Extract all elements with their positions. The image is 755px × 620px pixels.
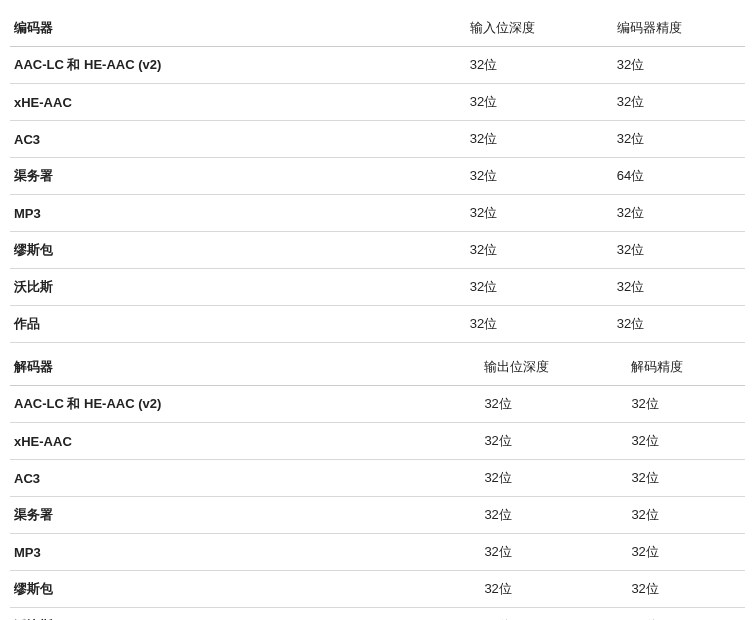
cell-bit-depth: 32位 (480, 423, 627, 460)
cell-precision: 32位 (613, 232, 745, 269)
cell-bit-depth: 32位 (466, 269, 613, 306)
cell-bit-depth: 32位 (466, 47, 613, 84)
cell-precision: 32位 (613, 306, 745, 343)
cell-bit-depth: 32位 (480, 386, 627, 423)
table-header-row: 编码器 输入位深度 编码器精度 (10, 10, 745, 47)
cell-bit-depth: 32位 (480, 571, 627, 608)
table-header-row: 解码器 输出位深度 解码精度 (10, 349, 745, 386)
cell-codec-name: 渠务署 (10, 158, 466, 195)
header-encoder-precision: 编码器精度 (613, 10, 745, 47)
cell-codec-name: 渠务署 (10, 497, 480, 534)
cell-codec-name: xHE-AAC (10, 423, 480, 460)
header-input-depth: 输入位深度 (466, 10, 613, 47)
cell-precision: 64位 (613, 158, 745, 195)
table-row: AC332位32位 (10, 460, 745, 497)
cell-precision: 32位 (627, 460, 745, 497)
table-row: 缪斯包32位32位 (10, 232, 745, 269)
cell-bit-depth: 32位 (480, 608, 627, 621)
cell-bit-depth: 32位 (466, 121, 613, 158)
cell-bit-depth: 32位 (466, 158, 613, 195)
cell-bit-depth: 32位 (466, 84, 613, 121)
table-row: MP332位32位 (10, 534, 745, 571)
table-row: 沃比斯32位32位 (10, 269, 745, 306)
decoder-table: 解码器 输出位深度 解码精度 AAC-LC 和 HE-AAC (v2)32位32… (10, 349, 745, 620)
cell-codec-name: xHE-AAC (10, 84, 466, 121)
table-row: AAC-LC 和 HE-AAC (v2)32位32位 (10, 47, 745, 84)
cell-bit-depth: 32位 (480, 460, 627, 497)
header-output-depth: 输出位深度 (480, 349, 627, 386)
cell-precision: 32位 (613, 269, 745, 306)
cell-bit-depth: 32位 (466, 306, 613, 343)
cell-bit-depth: 32位 (466, 232, 613, 269)
cell-precision: 32位 (627, 534, 745, 571)
cell-bit-depth: 32位 (480, 497, 627, 534)
table-row: xHE-AAC32位32位 (10, 84, 745, 121)
decoder-table-body: AAC-LC 和 HE-AAC (v2)32位32位xHE-AAC32位32位A… (10, 386, 745, 621)
cell-precision: 32位 (613, 195, 745, 232)
table-row: 渠务署32位32位 (10, 497, 745, 534)
cell-codec-name: AAC-LC 和 HE-AAC (v2) (10, 386, 480, 423)
table-row: AC332位32位 (10, 121, 745, 158)
encoder-table-body: AAC-LC 和 HE-AAC (v2)32位32位xHE-AAC32位32位A… (10, 47, 745, 343)
cell-codec-name: AAC-LC 和 HE-AAC (v2) (10, 47, 466, 84)
cell-precision: 32位 (627, 608, 745, 621)
cell-codec-name: 缪斯包 (10, 232, 466, 269)
table-row: xHE-AAC32位32位 (10, 423, 745, 460)
cell-precision: 32位 (613, 84, 745, 121)
cell-codec-name: 沃比斯 (10, 608, 480, 621)
cell-codec-name: AC3 (10, 460, 480, 497)
cell-codec-name: 缪斯包 (10, 571, 480, 608)
table-row: AAC-LC 和 HE-AAC (v2)32位32位 (10, 386, 745, 423)
cell-bit-depth: 32位 (480, 534, 627, 571)
cell-codec-name: MP3 (10, 534, 480, 571)
cell-codec-name: 作品 (10, 306, 466, 343)
cell-precision: 32位 (613, 47, 745, 84)
header-decode-precision: 解码精度 (627, 349, 745, 386)
cell-precision: 32位 (613, 121, 745, 158)
cell-codec-name: AC3 (10, 121, 466, 158)
header-encoder: 编码器 (10, 10, 466, 47)
table-row: MP332位32位 (10, 195, 745, 232)
table-row: 作品32位32位 (10, 306, 745, 343)
cell-precision: 32位 (627, 571, 745, 608)
cell-precision: 32位 (627, 497, 745, 534)
header-decoder: 解码器 (10, 349, 480, 386)
table-row: 渠务署32位64位 (10, 158, 745, 195)
encoder-table: 编码器 输入位深度 编码器精度 AAC-LC 和 HE-AAC (v2)32位3… (10, 10, 745, 343)
cell-bit-depth: 32位 (466, 195, 613, 232)
table-row: 缪斯包32位32位 (10, 571, 745, 608)
table-row: 沃比斯32位32位 (10, 608, 745, 621)
cell-codec-name: MP3 (10, 195, 466, 232)
cell-precision: 32位 (627, 386, 745, 423)
cell-codec-name: 沃比斯 (10, 269, 466, 306)
cell-precision: 32位 (627, 423, 745, 460)
